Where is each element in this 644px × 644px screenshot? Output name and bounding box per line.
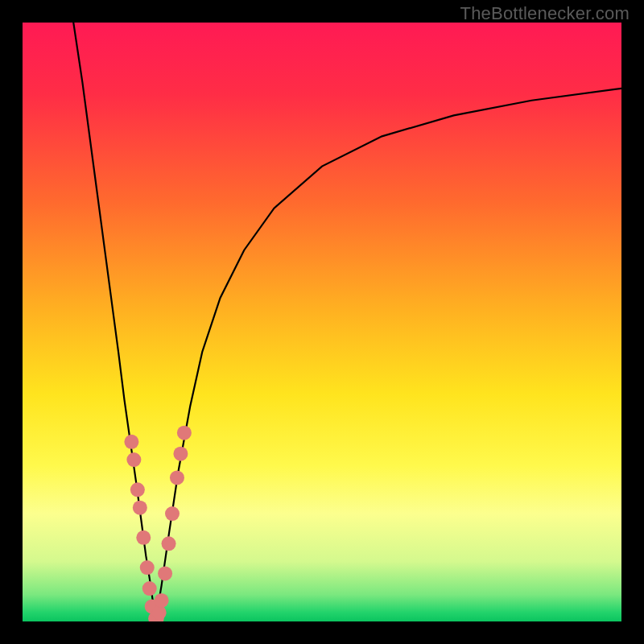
bead-marker — [155, 593, 169, 608]
bead-marker — [158, 566, 172, 580]
bead-cluster — [124, 426, 191, 621]
curve-right-branch — [155, 89, 621, 621]
bead-marker — [170, 470, 184, 485]
bead-marker — [124, 435, 138, 449]
watermark-text: TheBottlenecker.com — [460, 3, 630, 24]
bead-marker — [177, 426, 192, 440]
bead-marker — [142, 581, 157, 596]
bead-marker — [152, 605, 167, 620]
plot-area — [23, 23, 621, 621]
curve-layer — [23, 23, 621, 621]
bead-marker — [133, 501, 147, 515]
bead-marker — [140, 560, 155, 575]
bead-marker — [126, 452, 141, 467]
bead-marker — [165, 506, 180, 521]
bead-marker — [130, 482, 145, 497]
chart-frame: TheBottlenecker.com — [0, 0, 644, 644]
bead-marker — [136, 530, 151, 545]
bead-marker — [162, 536, 176, 551]
bead-marker — [173, 447, 188, 461]
